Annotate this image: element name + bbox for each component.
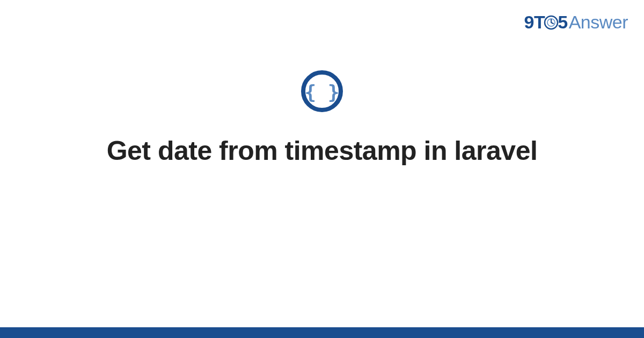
svg-line-3 (551, 23, 553, 24)
bottom-bar (0, 327, 644, 338)
category-braces-icon: { } (301, 70, 343, 113)
logo-five: 5 (558, 12, 567, 32)
clock-icon (544, 13, 559, 34)
logo-t: T (534, 12, 545, 32)
logo-answer: Answer (569, 12, 628, 32)
svg-text:{ }: { } (304, 81, 339, 103)
logo-nine: 9 (524, 12, 534, 32)
page-title: Get date from timestamp in laravel (107, 135, 538, 166)
main-content: { } Get date from timestamp in laravel (0, 70, 644, 166)
site-logo: 9T5Answer (524, 12, 628, 33)
